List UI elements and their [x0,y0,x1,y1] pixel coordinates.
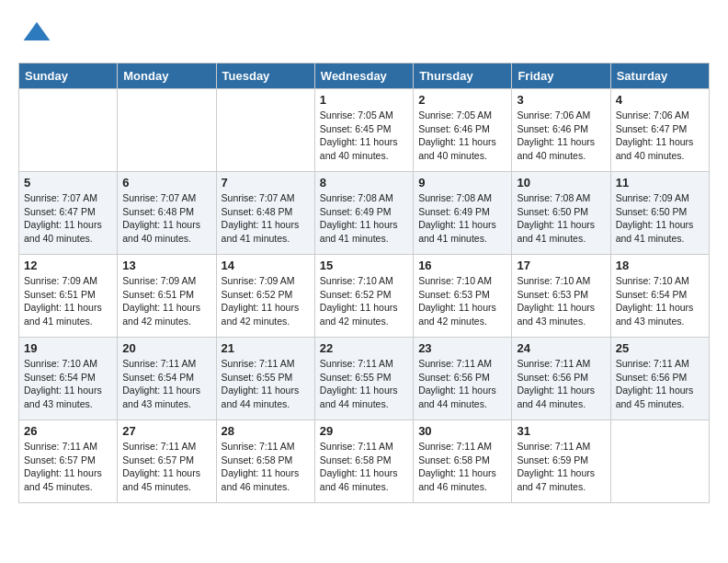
day-number: 3 [517,93,605,107]
day-info: Sunrise: 7:09 AM Sunset: 6:50 PM Dayligh… [616,191,704,246]
day-number: 28 [222,424,310,438]
calendar-cell: 24Sunrise: 7:11 AM Sunset: 6:56 PM Dayli… [512,338,610,420]
day-info: Sunrise: 7:09 AM Sunset: 6:52 PM Dayligh… [222,274,310,328]
calendar-cell: 14Sunrise: 7:09 AM Sunset: 6:52 PM Dayli… [216,255,314,338]
calendar-cell: 11Sunrise: 7:09 AM Sunset: 6:50 PM Dayli… [610,172,709,255]
calendar-table: SundayMondayTuesdayWednesdayThursdayFrid… [18,63,710,503]
calendar-cell [19,89,118,172]
day-info: Sunrise: 7:11 AM Sunset: 6:56 PM Dayligh… [517,357,605,411]
day-info: Sunrise: 7:05 AM Sunset: 6:46 PM Dayligh… [418,109,506,163]
day-number: 24 [517,341,605,355]
page-header [18,18,710,48]
calendar-cell: 9Sunrise: 7:08 AM Sunset: 6:49 PM Daylig… [414,172,512,255]
day-info: Sunrise: 7:10 AM Sunset: 6:54 PM Dayligh… [24,357,112,411]
calendar-cell: 2Sunrise: 7:05 AM Sunset: 6:46 PM Daylig… [414,89,512,172]
day-info: Sunrise: 7:11 AM Sunset: 6:58 PM Dayligh… [320,440,408,494]
day-number: 17 [517,259,605,272]
calendar-cell: 20Sunrise: 7:11 AM Sunset: 6:54 PM Dayli… [118,338,216,420]
weekday-header-tuesday: Tuesday [216,63,314,89]
day-info: Sunrise: 7:10 AM Sunset: 6:54 PM Dayligh… [616,274,704,328]
calendar-cell: 29Sunrise: 7:11 AM Sunset: 6:58 PM Dayli… [314,420,413,503]
day-number: 22 [320,341,408,355]
day-info: Sunrise: 7:09 AM Sunset: 6:51 PM Dayligh… [122,274,210,328]
calendar-week-1: 1Sunrise: 7:05 AM Sunset: 6:45 PM Daylig… [19,89,710,172]
calendar-week-5: 26Sunrise: 7:11 AM Sunset: 6:57 PM Dayli… [19,420,710,503]
day-number: 12 [24,259,112,272]
day-number: 25 [616,341,704,355]
day-info: Sunrise: 7:07 AM Sunset: 6:48 PM Dayligh… [222,191,310,246]
day-number: 10 [517,176,605,190]
calendar-cell: 4Sunrise: 7:06 AM Sunset: 6:47 PM Daylig… [610,89,709,172]
day-number: 20 [122,341,210,355]
day-number: 19 [24,341,112,355]
day-info: Sunrise: 7:10 AM Sunset: 6:53 PM Dayligh… [517,274,605,328]
calendar-cell: 27Sunrise: 7:11 AM Sunset: 6:57 PM Dayli… [118,420,216,503]
calendar-cell [610,420,709,503]
day-number: 14 [222,259,310,272]
day-info: Sunrise: 7:11 AM Sunset: 6:57 PM Dayligh… [24,440,112,494]
day-number: 23 [418,341,506,355]
calendar-cell: 8Sunrise: 7:08 AM Sunset: 6:49 PM Daylig… [314,172,413,255]
weekday-header-row: SundayMondayTuesdayWednesdayThursdayFrid… [19,63,710,89]
weekday-header-saturday: Saturday [610,63,709,89]
calendar-cell: 1Sunrise: 7:05 AM Sunset: 6:45 PM Daylig… [314,89,413,172]
calendar-cell: 15Sunrise: 7:10 AM Sunset: 6:52 PM Dayli… [314,255,413,338]
day-number: 6 [122,176,210,190]
calendar-cell: 16Sunrise: 7:10 AM Sunset: 6:53 PM Dayli… [414,255,512,338]
calendar-cell: 25Sunrise: 7:11 AM Sunset: 6:56 PM Dayli… [610,338,709,420]
day-number: 5 [24,176,112,190]
calendar-cell: 6Sunrise: 7:07 AM Sunset: 6:48 PM Daylig… [118,172,216,255]
day-number: 26 [24,424,112,438]
svg-marker-0 [24,22,51,40]
day-info: Sunrise: 7:11 AM Sunset: 6:58 PM Dayligh… [222,440,310,494]
day-info: Sunrise: 7:11 AM Sunset: 6:56 PM Dayligh… [616,357,704,411]
day-info: Sunrise: 7:11 AM Sunset: 6:59 PM Dayligh… [517,440,605,494]
calendar-cell: 22Sunrise: 7:11 AM Sunset: 6:55 PM Dayli… [314,338,413,420]
calendar-cell: 7Sunrise: 7:07 AM Sunset: 6:48 PM Daylig… [216,172,314,255]
day-number: 21 [222,341,310,355]
day-number: 31 [517,424,605,438]
day-info: Sunrise: 7:06 AM Sunset: 6:46 PM Dayligh… [517,109,605,163]
day-number: 16 [418,259,506,272]
calendar-cell [118,89,216,172]
day-number: 13 [122,259,210,272]
day-info: Sunrise: 7:10 AM Sunset: 6:52 PM Dayligh… [320,274,408,328]
calendar-cell: 23Sunrise: 7:11 AM Sunset: 6:56 PM Dayli… [414,338,512,420]
calendar-cell [216,89,314,172]
calendar-cell: 12Sunrise: 7:09 AM Sunset: 6:51 PM Dayli… [19,255,118,338]
day-number: 11 [616,176,704,190]
calendar-cell: 3Sunrise: 7:06 AM Sunset: 6:46 PM Daylig… [512,89,610,172]
calendar-cell: 31Sunrise: 7:11 AM Sunset: 6:59 PM Dayli… [512,420,610,503]
day-info: Sunrise: 7:11 AM Sunset: 6:55 PM Dayligh… [222,357,310,411]
day-info: Sunrise: 7:11 AM Sunset: 6:57 PM Dayligh… [122,440,210,494]
day-info: Sunrise: 7:06 AM Sunset: 6:47 PM Dayligh… [616,109,704,163]
weekday-header-sunday: Sunday [19,63,118,89]
calendar-cell: 21Sunrise: 7:11 AM Sunset: 6:55 PM Dayli… [216,338,314,420]
day-info: Sunrise: 7:11 AM Sunset: 6:54 PM Dayligh… [122,357,210,411]
calendar-cell: 30Sunrise: 7:11 AM Sunset: 6:58 PM Dayli… [414,420,512,503]
day-info: Sunrise: 7:08 AM Sunset: 6:50 PM Dayligh… [517,191,605,246]
day-info: Sunrise: 7:08 AM Sunset: 6:49 PM Dayligh… [418,191,506,246]
day-number: 7 [222,176,310,190]
calendar-cell: 17Sunrise: 7:10 AM Sunset: 6:53 PM Dayli… [512,255,610,338]
day-info: Sunrise: 7:07 AM Sunset: 6:47 PM Dayligh… [24,191,112,246]
weekday-header-friday: Friday [512,63,610,89]
calendar-week-4: 19Sunrise: 7:10 AM Sunset: 6:54 PM Dayli… [19,338,710,420]
day-number: 9 [418,176,506,190]
day-info: Sunrise: 7:10 AM Sunset: 6:53 PM Dayligh… [418,274,506,328]
day-info: Sunrise: 7:07 AM Sunset: 6:48 PM Dayligh… [122,191,210,246]
logo-icon [22,18,51,48]
calendar-cell: 18Sunrise: 7:10 AM Sunset: 6:54 PM Dayli… [610,255,709,338]
day-number: 4 [616,93,704,107]
day-number: 27 [122,424,210,438]
day-number: 29 [320,424,408,438]
day-number: 15 [320,259,408,272]
logo [18,18,51,48]
calendar-cell: 13Sunrise: 7:09 AM Sunset: 6:51 PM Dayli… [118,255,216,338]
day-number: 2 [418,93,506,107]
calendar-week-2: 5Sunrise: 7:07 AM Sunset: 6:47 PM Daylig… [19,172,710,255]
day-info: Sunrise: 7:11 AM Sunset: 6:58 PM Dayligh… [418,440,506,494]
day-info: Sunrise: 7:09 AM Sunset: 6:51 PM Dayligh… [24,274,112,328]
day-number: 8 [320,176,408,190]
day-number: 1 [320,93,408,107]
